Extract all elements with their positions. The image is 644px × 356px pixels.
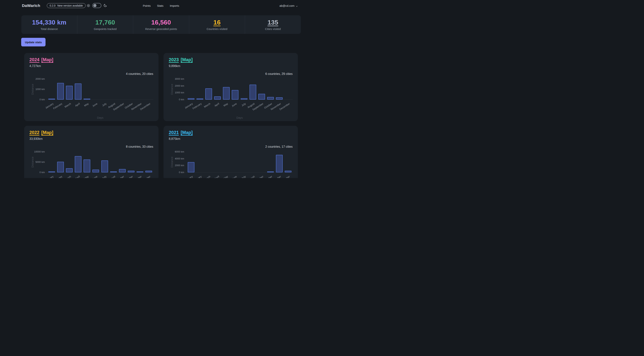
y-tick-label: 0 km	[30, 98, 45, 101]
bar-october[interactable]	[267, 97, 274, 100]
stat-value: 16,560	[151, 19, 171, 26]
bar-march[interactable]	[66, 168, 73, 172]
nav-item-stats[interactable]: Stats	[157, 4, 163, 7]
bar-june[interactable]	[232, 90, 238, 100]
version-number: 0.2.0	[50, 4, 56, 7]
nav-item-points[interactable]: Points	[143, 4, 151, 7]
stat-cell-total-distance: 154,330 kmTotal distance	[21, 15, 77, 34]
bar-april[interactable]	[75, 83, 82, 100]
version-badge[interactable]: 0.2.0 New version available	[47, 3, 86, 8]
y-tick-label: 4000 km	[169, 157, 184, 160]
bar-april[interactable]	[75, 156, 82, 172]
year-card-2021: 2021[Map]8,875km2 countries, 17 citiesDi…	[164, 126, 298, 178]
stat-cell-cities-visited: 135Cities visited	[245, 15, 301, 34]
year-link-2024[interactable]: 2024	[30, 57, 39, 62]
bar-october[interactable]	[128, 171, 134, 172]
countries-cities-summary: 2 countries, 17 cities	[265, 145, 292, 148]
bar-november[interactable]	[136, 171, 143, 172]
month-label: July	[241, 102, 246, 107]
bar-september[interactable]	[119, 169, 126, 172]
month-label: February	[192, 175, 202, 178]
month-label: January	[45, 102, 54, 109]
stat-label: Geopoints tracked	[94, 27, 117, 30]
bar-january[interactable]	[188, 162, 194, 172]
map-link-2021[interactable]: [Map]	[180, 130, 192, 135]
year-distance: 33,930km	[30, 137, 153, 141]
y-tick-label: 6000 km	[169, 150, 184, 153]
month-label: June	[92, 175, 98, 178]
month-label: April	[74, 102, 80, 107]
bar-december[interactable]	[145, 171, 152, 172]
stat-label: Cities visited	[265, 27, 281, 30]
sun-icon	[86, 4, 90, 7]
month-label: April	[214, 102, 220, 107]
month-label: May	[84, 175, 89, 178]
month-label: January	[184, 102, 193, 109]
month-label: May	[84, 102, 89, 107]
year-link-2022[interactable]: 2022	[30, 130, 39, 135]
bar-september[interactable]	[258, 94, 265, 100]
bar-october[interactable]	[267, 171, 274, 172]
bar-july[interactable]	[241, 98, 248, 100]
bar-may[interactable]	[223, 87, 230, 100]
bar-july[interactable]	[101, 160, 108, 172]
stat-value[interactable]: 16	[213, 19, 220, 26]
user-menu[interactable]: ab@cd.com	[280, 0, 298, 11]
bar-march[interactable]	[66, 86, 73, 100]
stat-label: Total distance	[41, 27, 58, 30]
stat-cell-geopoints-tracked: 17,760Geopoints tracked	[77, 15, 133, 34]
month-label: March	[64, 175, 72, 178]
bar-january[interactable]	[48, 99, 55, 100]
y-tick-label: 10000 km	[30, 150, 45, 153]
map-link-2022[interactable]: [Map]	[41, 130, 53, 135]
year-distance: 4,727km	[30, 64, 153, 68]
nav-item-imports[interactable]: Imports	[170, 4, 179, 7]
month-label: July	[102, 175, 107, 178]
update-stats-button[interactable]: Update stats	[21, 38, 46, 46]
bar-february[interactable]	[57, 162, 64, 172]
bar-november[interactable]	[276, 97, 283, 100]
countries-cities-summary: 4 countries, 20 cities	[126, 72, 153, 76]
bar-may[interactable]	[84, 159, 90, 172]
bar-august[interactable]	[110, 171, 117, 172]
y-tick-label: 2000 km	[169, 164, 184, 167]
year-link-2021[interactable]: 2021	[169, 130, 179, 135]
y-tick-label: 0 km	[169, 98, 184, 101]
month-label: February	[53, 102, 63, 110]
month-label: October	[264, 175, 273, 178]
distance-bar-chart-2022: 8 countries, 33 citiesDistance0 km5000 k…	[30, 141, 153, 178]
distance-bar-chart-2023: 6 countries, 29 citiesDistance0 km1000 k…	[169, 68, 292, 120]
card-title: 2021[Map]	[169, 130, 292, 135]
bar-december[interactable]	[285, 171, 292, 172]
month-label: July	[241, 175, 246, 178]
bar-january[interactable]	[188, 98, 194, 100]
month-label: August	[247, 175, 255, 178]
month-label: July	[102, 102, 107, 107]
stat-value[interactable]: 135	[268, 19, 278, 26]
bar-january[interactable]	[48, 171, 55, 172]
bar-march[interactable]	[205, 88, 212, 100]
year-link-2023[interactable]: 2023	[169, 57, 179, 62]
year-distance: 8,875km	[169, 137, 292, 141]
month-label: March	[204, 102, 211, 108]
map-link-2023[interactable]: [Map]	[180, 57, 192, 62]
year-card-2022: 2022[Map]33,930km8 countries, 33 citiesD…	[24, 126, 158, 178]
map-link-2024[interactable]: [Map]	[41, 57, 53, 62]
bar-may[interactable]	[84, 99, 90, 100]
year-card-2023: 2023[Map]9,896km6 countries, 29 citiesDi…	[164, 53, 298, 121]
stat-cell-countries-visited: 16Countries visited	[189, 15, 245, 34]
month-label: June	[231, 175, 238, 178]
bar-february[interactable]	[196, 98, 203, 100]
month-label: June	[231, 102, 238, 107]
theme-toggle[interactable]	[92, 3, 101, 8]
y-tick-label: 0 km	[30, 171, 45, 174]
bar-april[interactable]	[214, 96, 221, 100]
card-title: 2024[Map]	[30, 57, 153, 62]
y-tick-label: 3000 km	[169, 77, 184, 80]
month-label: February	[53, 175, 63, 178]
bar-february[interactable]	[57, 83, 64, 100]
month-label: August	[108, 175, 116, 178]
bar-november[interactable]	[276, 155, 283, 172]
bar-august[interactable]	[250, 85, 256, 100]
bar-june[interactable]	[92, 170, 99, 172]
